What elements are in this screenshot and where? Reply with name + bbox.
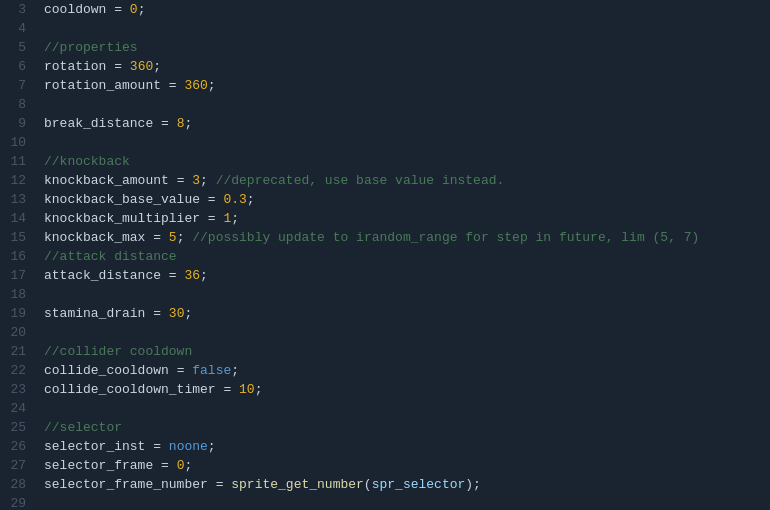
number-token: 36 xyxy=(184,268,200,283)
line-number: 29 xyxy=(8,494,26,510)
code-line: knockback_max = 5; //possibly update to … xyxy=(44,228,770,247)
var-name-token: selector_frame_number xyxy=(44,477,208,492)
line-numbers: 3456789101112131415161718192021222324252… xyxy=(0,0,36,510)
param-token: spr_selector xyxy=(372,477,466,492)
code-line xyxy=(44,399,770,418)
operator-token: = xyxy=(216,382,239,397)
line-number: 9 xyxy=(8,114,26,133)
operator-token: ); xyxy=(465,477,481,492)
operator-token: ; xyxy=(208,439,216,454)
number-token: 0.3 xyxy=(223,192,246,207)
line-number: 27 xyxy=(8,456,26,475)
operator-token: ; xyxy=(255,382,263,397)
code-line xyxy=(44,323,770,342)
line-number: 25 xyxy=(8,418,26,437)
var-name-token: knockback_base_value xyxy=(44,192,200,207)
line-number: 17 xyxy=(8,266,26,285)
operator-token: = xyxy=(169,363,192,378)
operator-token: ; xyxy=(177,230,193,245)
code-editor: 3456789101112131415161718192021222324252… xyxy=(0,0,770,510)
code-line: break_distance = 8; xyxy=(44,114,770,133)
operator-token: = xyxy=(153,116,176,131)
var-name-token: selector_inst xyxy=(44,439,145,454)
code-line: stamina_drain = 30; xyxy=(44,304,770,323)
code-line: //knockback xyxy=(44,152,770,171)
operator-token: ; xyxy=(208,78,216,93)
line-number: 3 xyxy=(8,0,26,19)
var-name-token: knockback_amount xyxy=(44,173,169,188)
line-number: 28 xyxy=(8,475,26,494)
operator-token: = xyxy=(200,192,223,207)
operator-token: ; xyxy=(138,2,146,17)
code-line: knockback_base_value = 0.3; xyxy=(44,190,770,209)
var-name-token: collide_cooldown xyxy=(44,363,169,378)
comment-token: //collider cooldown xyxy=(44,344,192,359)
code-line: knockback_multiplier = 1; xyxy=(44,209,770,228)
var-name-token: cooldown xyxy=(44,2,106,17)
number-token: 360 xyxy=(130,59,153,74)
comment-token: //attack distance xyxy=(44,249,177,264)
var-name-token: attack_distance xyxy=(44,268,161,283)
operator-token: = xyxy=(153,458,176,473)
line-number: 18 xyxy=(8,285,26,304)
code-line: //collider cooldown xyxy=(44,342,770,361)
code-line: knockback_amount = 3; //deprecated, use … xyxy=(44,171,770,190)
line-number: 21 xyxy=(8,342,26,361)
line-number: 13 xyxy=(8,190,26,209)
fn-name-token: sprite_get_number xyxy=(231,477,364,492)
code-line xyxy=(44,95,770,114)
number-token: 10 xyxy=(239,382,255,397)
code-line: collide_cooldown_timer = 10; xyxy=(44,380,770,399)
line-number: 15 xyxy=(8,228,26,247)
operator-token: = xyxy=(169,173,192,188)
operator-token: = xyxy=(106,59,129,74)
operator-token: ; xyxy=(184,458,192,473)
code-line: cooldown = 0; xyxy=(44,0,770,19)
line-number: 20 xyxy=(8,323,26,342)
var-name-token: knockback_max xyxy=(44,230,145,245)
operator-token: ; xyxy=(231,211,239,226)
code-line xyxy=(44,19,770,38)
line-number: 19 xyxy=(8,304,26,323)
var-name-token: stamina_drain xyxy=(44,306,145,321)
code-content: cooldown = 0; //propertiesrotation = 360… xyxy=(36,0,770,510)
comment-token: //knockback xyxy=(44,154,130,169)
operator-token: ; xyxy=(247,192,255,207)
code-line: //attack distance xyxy=(44,247,770,266)
number-token: 3 xyxy=(192,173,200,188)
number-token: 5 xyxy=(169,230,177,245)
line-number: 16 xyxy=(8,247,26,266)
number-token: 30 xyxy=(169,306,185,321)
line-number: 8 xyxy=(8,95,26,114)
operator-token: ; xyxy=(231,363,239,378)
line-number: 22 xyxy=(8,361,26,380)
code-line: //properties xyxy=(44,38,770,57)
comment-token: //deprecated, use base value instead. xyxy=(216,173,505,188)
operator-token: ; xyxy=(184,306,192,321)
code-line xyxy=(44,285,770,304)
line-number: 10 xyxy=(8,133,26,152)
line-number: 24 xyxy=(8,399,26,418)
var-name-token: rotation xyxy=(44,59,106,74)
operator-token: ; xyxy=(200,268,208,283)
line-number: 7 xyxy=(8,76,26,95)
keyword-token: noone xyxy=(169,439,208,454)
line-number: 4 xyxy=(8,19,26,38)
operator-token: = xyxy=(161,268,184,283)
operator-token: = xyxy=(200,211,223,226)
operator-token: = xyxy=(145,306,168,321)
var-name-token: rotation_amount xyxy=(44,78,161,93)
line-number: 11 xyxy=(8,152,26,171)
operator-token: ; xyxy=(184,116,192,131)
code-line: selector_frame_number = sprite_get_numbe… xyxy=(44,475,770,494)
comment-token: //selector xyxy=(44,420,122,435)
code-line xyxy=(44,494,770,510)
operator-token: ; xyxy=(153,59,161,74)
operator-token: ( xyxy=(364,477,372,492)
line-number: 5 xyxy=(8,38,26,57)
operator-token: ; xyxy=(200,173,216,188)
code-line: rotation = 360; xyxy=(44,57,770,76)
code-line: rotation_amount = 360; xyxy=(44,76,770,95)
operator-token: = xyxy=(145,439,168,454)
line-number: 6 xyxy=(8,57,26,76)
